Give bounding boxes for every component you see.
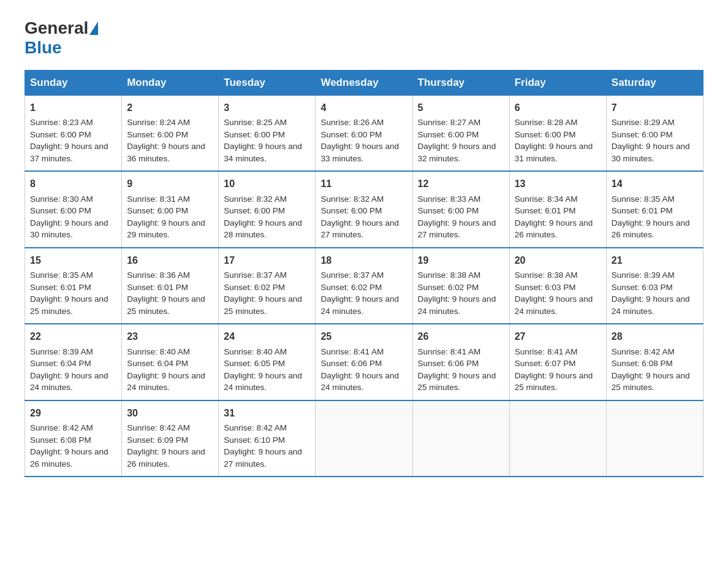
page-header: General Blue — [25, 18, 703, 58]
column-header-sunday: Sunday — [25, 71, 122, 96]
day-number: 8 — [30, 177, 116, 191]
calendar-cell: 1Sunrise: 8:23 AMSunset: 6:00 PMDaylight… — [25, 96, 122, 172]
calendar-cell: 3Sunrise: 8:25 AMSunset: 6:00 PMDaylight… — [219, 96, 316, 172]
calendar-cell: 15Sunrise: 8:35 AMSunset: 6:01 PMDayligh… — [25, 248, 122, 324]
calendar-cell: 13Sunrise: 8:34 AMSunset: 6:01 PMDayligh… — [509, 171, 606, 247]
day-number: 1 — [30, 101, 116, 115]
day-number: 31 — [224, 406, 310, 420]
day-number: 28 — [612, 329, 698, 343]
day-number: 10 — [224, 177, 310, 191]
calendar-cell: 11Sunrise: 8:32 AMSunset: 6:00 PMDayligh… — [316, 171, 412, 247]
day-number: 6 — [515, 101, 601, 115]
column-header-tuesday: Tuesday — [219, 71, 316, 96]
calendar-table: SundayMondayTuesdayWednesdayThursdayFrid… — [25, 70, 703, 477]
calendar-cell — [509, 400, 606, 477]
calendar-cell: 24Sunrise: 8:40 AMSunset: 6:05 PMDayligh… — [219, 324, 316, 400]
day-number: 9 — [127, 177, 213, 191]
day-number: 24 — [224, 329, 310, 343]
day-number: 21 — [612, 253, 698, 267]
day-number: 26 — [418, 329, 504, 343]
day-number: 5 — [418, 101, 504, 115]
calendar-cell: 8Sunrise: 8:30 AMSunset: 6:00 PMDaylight… — [25, 171, 122, 247]
day-number: 7 — [612, 101, 698, 115]
calendar-cell: 16Sunrise: 8:36 AMSunset: 6:01 PMDayligh… — [122, 248, 219, 324]
calendar-cell: 10Sunrise: 8:32 AMSunset: 6:00 PMDayligh… — [219, 171, 316, 247]
calendar-cell: 20Sunrise: 8:38 AMSunset: 6:03 PMDayligh… — [509, 248, 606, 324]
day-number: 14 — [612, 177, 698, 191]
calendar-cell: 17Sunrise: 8:37 AMSunset: 6:02 PMDayligh… — [219, 248, 316, 324]
day-number: 3 — [224, 101, 310, 115]
calendar-week-row: 15Sunrise: 8:35 AMSunset: 6:01 PMDayligh… — [25, 248, 703, 324]
calendar-cell: 18Sunrise: 8:37 AMSunset: 6:02 PMDayligh… — [316, 248, 412, 324]
column-header-friday: Friday — [509, 71, 606, 96]
calendar-cell: 27Sunrise: 8:41 AMSunset: 6:07 PMDayligh… — [509, 324, 606, 400]
day-number: 30 — [127, 406, 213, 420]
calendar-week-row: 22Sunrise: 8:39 AMSunset: 6:04 PMDayligh… — [25, 324, 703, 400]
logo: General Blue — [25, 18, 99, 58]
day-number: 20 — [515, 253, 601, 267]
logo-blue-text: Blue — [25, 38, 62, 57]
day-number: 25 — [320, 329, 407, 343]
day-number: 23 — [127, 329, 213, 343]
calendar-cell: 14Sunrise: 8:35 AMSunset: 6:01 PMDayligh… — [606, 171, 703, 247]
calendar-cell — [316, 400, 412, 477]
calendar-cell: 30Sunrise: 8:42 AMSunset: 6:09 PMDayligh… — [122, 400, 219, 477]
calendar-cell: 7Sunrise: 8:29 AMSunset: 6:00 PMDaylight… — [606, 96, 703, 172]
logo-triangle-icon — [89, 21, 98, 35]
calendar-week-row: 1Sunrise: 8:23 AMSunset: 6:00 PMDaylight… — [25, 96, 703, 172]
day-number: 18 — [320, 253, 407, 267]
column-header-saturday: Saturday — [606, 71, 703, 96]
calendar-cell: 4Sunrise: 8:26 AMSunset: 6:00 PMDaylight… — [316, 96, 412, 172]
column-header-wednesday: Wednesday — [316, 71, 412, 96]
calendar-cell: 26Sunrise: 8:41 AMSunset: 6:06 PMDayligh… — [412, 324, 509, 400]
day-number: 15 — [30, 253, 116, 267]
calendar-cell — [606, 400, 703, 477]
calendar-cell — [412, 400, 509, 477]
column-header-thursday: Thursday — [412, 71, 509, 96]
calendar-cell: 25Sunrise: 8:41 AMSunset: 6:06 PMDayligh… — [316, 324, 412, 400]
calendar-week-row: 29Sunrise: 8:42 AMSunset: 6:08 PMDayligh… — [25, 400, 703, 477]
day-number: 2 — [127, 101, 213, 115]
calendar-week-row: 8Sunrise: 8:30 AMSunset: 6:00 PMDaylight… — [25, 171, 703, 247]
calendar-cell: 23Sunrise: 8:40 AMSunset: 6:04 PMDayligh… — [122, 324, 219, 400]
calendar-cell: 6Sunrise: 8:28 AMSunset: 6:00 PMDaylight… — [509, 96, 606, 172]
calendar-cell: 19Sunrise: 8:38 AMSunset: 6:02 PMDayligh… — [412, 248, 509, 324]
calendar-cell: 9Sunrise: 8:31 AMSunset: 6:00 PMDaylight… — [122, 171, 219, 247]
day-number: 27 — [515, 329, 601, 343]
day-number: 16 — [127, 253, 213, 267]
day-number: 13 — [515, 177, 601, 191]
day-number: 22 — [30, 329, 116, 343]
day-number: 12 — [418, 177, 504, 191]
day-number: 29 — [30, 406, 116, 420]
calendar-header-row: SundayMondayTuesdayWednesdayThursdayFrid… — [25, 71, 703, 96]
logo-general-text: General — [25, 18, 88, 38]
calendar-cell: 28Sunrise: 8:42 AMSunset: 6:08 PMDayligh… — [606, 324, 703, 400]
day-number: 17 — [224, 253, 310, 267]
day-number: 11 — [320, 177, 407, 191]
column-header-monday: Monday — [122, 71, 219, 96]
calendar-cell: 22Sunrise: 8:39 AMSunset: 6:04 PMDayligh… — [25, 324, 122, 400]
day-number: 19 — [418, 253, 504, 267]
calendar-cell: 31Sunrise: 8:42 AMSunset: 6:10 PMDayligh… — [219, 400, 316, 477]
calendar-cell: 2Sunrise: 8:24 AMSunset: 6:00 PMDaylight… — [122, 96, 219, 172]
calendar-cell: 5Sunrise: 8:27 AMSunset: 6:00 PMDaylight… — [412, 96, 509, 172]
calendar-cell: 21Sunrise: 8:39 AMSunset: 6:03 PMDayligh… — [606, 248, 703, 324]
calendar-cell: 29Sunrise: 8:42 AMSunset: 6:08 PMDayligh… — [25, 400, 122, 477]
calendar-cell: 12Sunrise: 8:33 AMSunset: 6:00 PMDayligh… — [412, 171, 509, 247]
day-number: 4 — [320, 101, 407, 115]
